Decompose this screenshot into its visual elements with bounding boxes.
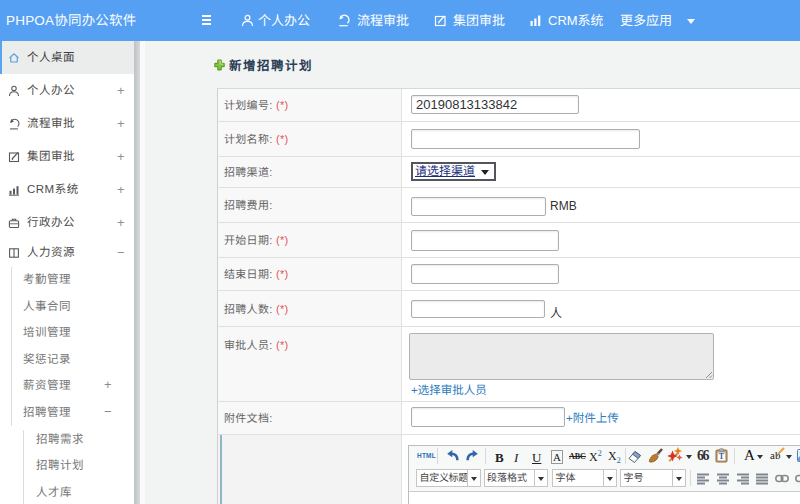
svg-text:T: T	[719, 452, 725, 461]
